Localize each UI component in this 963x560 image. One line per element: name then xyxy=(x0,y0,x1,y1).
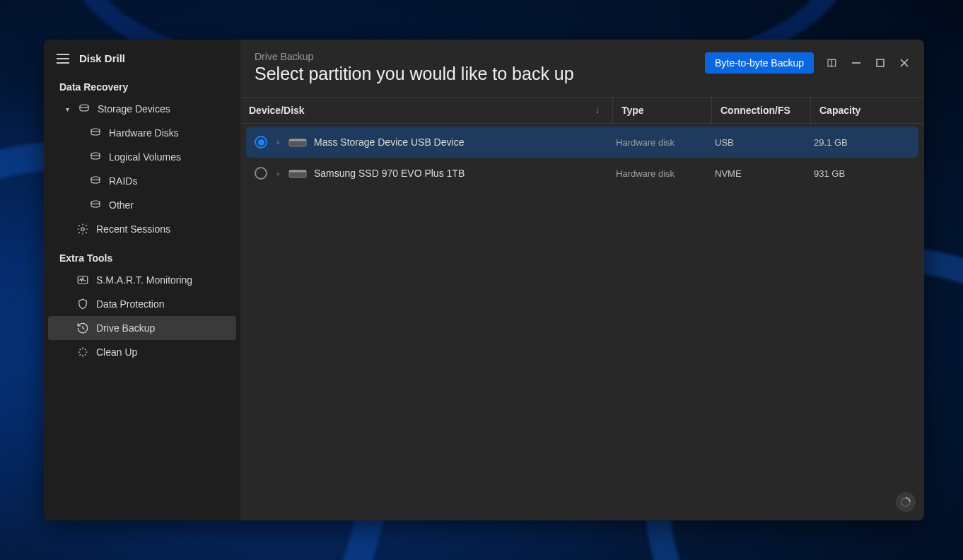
sidebar-item-label: Storage Devices xyxy=(98,103,170,115)
close-button[interactable] xyxy=(899,57,910,69)
svg-rect-14 xyxy=(289,170,306,172)
sidebar-item-drive-backup[interactable]: Drive Backup xyxy=(48,316,236,340)
table-row[interactable]: › Mass Storage Device USB Device Hardwar… xyxy=(246,127,918,158)
sidebar-item-recent-sessions[interactable]: Recent Sessions xyxy=(48,217,236,241)
sidebar-item-label: Hardware Disks xyxy=(109,127,179,139)
radio-selected-icon[interactable] xyxy=(255,136,267,148)
svg-point-3 xyxy=(91,177,100,180)
section-header-extra-tools: Extra Tools xyxy=(44,241,240,268)
sidebar-item-hardware-disks[interactable]: Hardware Disks xyxy=(48,121,236,145)
sparkle-icon xyxy=(76,346,89,358)
chevron-right-icon[interactable]: › xyxy=(274,138,281,146)
svg-rect-8 xyxy=(877,59,884,66)
sidebar-item-label: Other xyxy=(109,199,134,211)
sidebar-item-logical-volumes[interactable]: Logical Volumes xyxy=(48,145,236,169)
chevron-right-icon[interactable]: › xyxy=(274,169,281,177)
gear-icon xyxy=(76,223,89,235)
shield-icon xyxy=(76,298,89,310)
sidebar-item-storage-devices[interactable]: ▾ Storage Devices xyxy=(48,97,236,121)
book-icon[interactable] xyxy=(827,57,838,69)
device-name: Mass Storage Device USB Device xyxy=(314,136,464,148)
main-panel: Drive Backup Select partition you would … xyxy=(240,40,924,520)
chevron-down-icon: ▾ xyxy=(64,105,71,113)
sidebar-item-smart-monitoring[interactable]: S.M.A.R.T. Monitoring xyxy=(48,268,236,292)
maximize-button[interactable] xyxy=(875,57,886,69)
disk-icon xyxy=(89,127,102,139)
section-header-data-recovery: Data Recovery xyxy=(44,70,240,97)
device-rows: › Mass Storage Device USB Device Hardwar… xyxy=(240,124,924,192)
sidebar-item-data-protection[interactable]: Data Protection xyxy=(48,292,236,316)
disk-icon xyxy=(89,175,102,187)
app-window: Disk Drill Data Recovery ▾ Storage Devic… xyxy=(44,40,924,520)
device-capacity: 931 GB xyxy=(805,159,918,188)
byte-to-byte-backup-button[interactable]: Byte-to-byte Backup xyxy=(705,52,814,74)
svg-point-1 xyxy=(91,129,100,132)
drive-icon xyxy=(288,168,307,179)
activity-icon xyxy=(76,274,89,286)
disk-icon xyxy=(78,103,91,115)
device-type: Hardware disk xyxy=(607,128,706,157)
app-title: Disk Drill xyxy=(79,52,125,64)
device-capacity: 29.1 GB xyxy=(805,128,918,157)
page-title: Select partition you would like to back … xyxy=(255,64,574,84)
device-connection: NVME xyxy=(706,159,805,188)
disk-icon xyxy=(89,199,102,211)
minimize-button[interactable] xyxy=(851,57,862,69)
sidebar-item-clean-up[interactable]: Clean Up xyxy=(48,340,236,364)
sort-descending-icon: ↓ xyxy=(595,105,600,115)
svg-point-5 xyxy=(81,228,85,231)
column-header-connection[interactable]: Connection/FS xyxy=(712,98,811,123)
table-header: Device/Disk ↓ Type Connection/FS Capacit… xyxy=(240,97,924,124)
sidebar-item-label: Drive Backup xyxy=(96,322,155,334)
sidebar-item-label: Clean Up xyxy=(96,346,137,358)
sidebar: Disk Drill Data Recovery ▾ Storage Devic… xyxy=(44,40,240,520)
loading-indicator-icon xyxy=(896,492,916,512)
sidebar-item-label: Recent Sessions xyxy=(96,223,170,235)
sidebar-item-label: S.M.A.R.T. Monitoring xyxy=(96,274,192,286)
sidebar-item-label: Data Protection xyxy=(96,298,165,310)
hamburger-menu-icon[interactable] xyxy=(57,54,69,64)
device-connection: USB xyxy=(706,128,805,157)
sidebar-item-raids[interactable]: RAIDs xyxy=(48,169,236,193)
svg-point-2 xyxy=(91,153,100,156)
column-header-device[interactable]: Device/Disk ↓ xyxy=(240,98,613,123)
disk-icon xyxy=(89,151,102,163)
sidebar-item-label: RAIDs xyxy=(109,175,137,187)
svg-point-4 xyxy=(91,201,100,204)
sidebar-item-other[interactable]: Other xyxy=(48,193,236,217)
radio-unselected-icon[interactable] xyxy=(255,167,267,180)
column-header-type[interactable]: Type xyxy=(613,98,712,123)
device-name: Samsung SSD 970 EVO Plus 1TB xyxy=(314,168,465,179)
breadcrumb: Drive Backup xyxy=(255,51,574,62)
history-icon xyxy=(76,322,89,334)
device-type: Hardware disk xyxy=(607,159,706,188)
drive-icon xyxy=(288,136,307,148)
column-header-capacity[interactable]: Capacity xyxy=(811,98,924,123)
svg-rect-12 xyxy=(289,139,306,141)
table-row[interactable]: › Samsung SSD 970 EVO Plus 1TB Hardware … xyxy=(246,158,918,189)
svg-point-0 xyxy=(80,105,88,108)
sidebar-item-label: Logical Volumes xyxy=(109,151,181,163)
